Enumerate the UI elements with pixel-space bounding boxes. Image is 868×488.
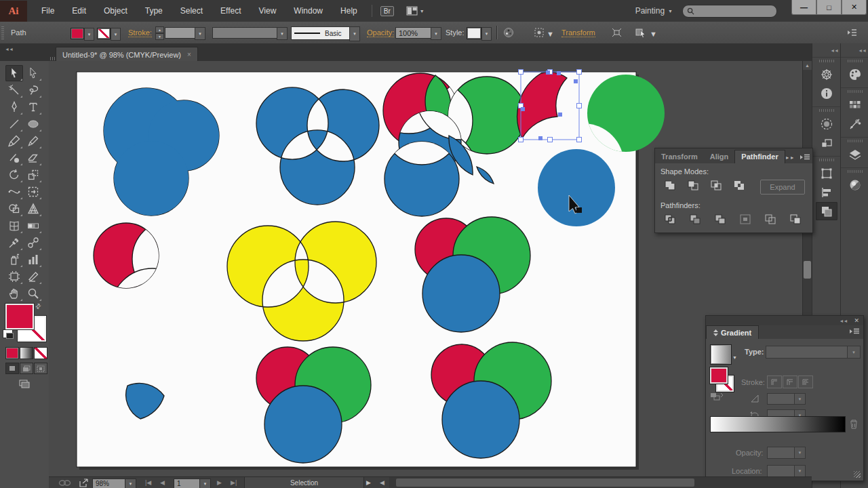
artboard-tool[interactable] bbox=[5, 268, 23, 285]
type-tool[interactable] bbox=[24, 99, 42, 115]
none-button[interactable] bbox=[34, 347, 47, 359]
eyedropper-tool[interactable] bbox=[5, 235, 23, 251]
selection-handle[interactable] bbox=[548, 138, 553, 142]
links-panel-button[interactable] bbox=[816, 134, 837, 152]
lasso-tool[interactable] bbox=[24, 82, 42, 98]
select-similar-icon[interactable] bbox=[635, 27, 647, 38]
close-panel-icon[interactable]: ✕ bbox=[854, 317, 859, 324]
transform-link[interactable]: Transform bbox=[561, 28, 595, 37]
merge-button[interactable] bbox=[712, 213, 728, 225]
gradient-button[interactable] bbox=[20, 347, 33, 359]
appearance-panel-button[interactable] bbox=[816, 115, 837, 133]
brush-definition-field[interactable]: Basic bbox=[291, 26, 355, 40]
pathfinder-panel-button[interactable] bbox=[816, 202, 837, 220]
panel-resize-grip[interactable] bbox=[854, 471, 861, 478]
eraser-tool[interactable] bbox=[24, 150, 42, 166]
crop-button[interactable] bbox=[737, 213, 753, 225]
anchor-point[interactable] bbox=[538, 136, 542, 140]
minimize-button[interactable]: — bbox=[791, 0, 816, 15]
shape-builder-tool[interactable] bbox=[5, 201, 23, 217]
recolor-artwork-icon[interactable] bbox=[503, 27, 514, 38]
hand-tool[interactable] bbox=[5, 285, 23, 302]
collapse-tools-icon[interactable]: ◄◄ bbox=[5, 47, 13, 52]
anchor-point[interactable] bbox=[574, 79, 578, 83]
zoom-tool[interactable] bbox=[24, 285, 42, 302]
panel-grip[interactable] bbox=[1, 26, 4, 39]
variable-width-profile-dropdown[interactable]: ▼ bbox=[277, 27, 288, 40]
stroke-weight-stepper[interactable]: ▲▼ bbox=[155, 26, 164, 40]
close-button[interactable]: ✕ bbox=[842, 0, 867, 15]
navigator-panel-button[interactable] bbox=[816, 65, 837, 83]
export-icon[interactable] bbox=[79, 479, 89, 487]
unite-button[interactable] bbox=[662, 179, 678, 191]
dock-group-grip[interactable] bbox=[848, 60, 863, 62]
rotate-tool[interactable] bbox=[5, 167, 23, 183]
arrange-documents-button[interactable]: ▼ bbox=[406, 6, 425, 16]
menu-view[interactable]: View bbox=[250, 1, 285, 22]
scroll-left-icon[interactable]: ◀ bbox=[380, 479, 384, 486]
gradient-tab[interactable]: Gradient bbox=[706, 325, 759, 339]
magic-wand-tool[interactable] bbox=[5, 82, 23, 98]
stroke-across-button[interactable] bbox=[798, 375, 813, 388]
artboard-number-dropdown[interactable]: ▼ bbox=[199, 479, 211, 488]
stop-opacity-dropdown[interactable]: ▼ bbox=[794, 447, 806, 459]
draw-behind-button[interactable] bbox=[20, 363, 33, 374]
align-panel-button[interactable] bbox=[816, 183, 837, 201]
dock-group-grip[interactable] bbox=[848, 90, 863, 93]
stroke-within-button[interactable] bbox=[767, 375, 782, 388]
perspective-grid-tool[interactable] bbox=[24, 201, 42, 217]
fill-mini-swatch[interactable] bbox=[710, 367, 728, 384]
zoom-level-dropdown[interactable]: ▼ bbox=[125, 479, 136, 488]
exclude-button[interactable] bbox=[731, 179, 747, 191]
gradient-panel-button[interactable] bbox=[844, 176, 866, 194]
gradient-preview-swatch[interactable] bbox=[710, 344, 732, 365]
mesh-tool[interactable] bbox=[5, 218, 23, 234]
close-tab-icon[interactable]: × bbox=[187, 51, 191, 58]
opacity-label[interactable]: Opacity: bbox=[367, 28, 394, 37]
selection-handle[interactable] bbox=[577, 138, 582, 142]
search-input[interactable] bbox=[694, 6, 765, 16]
outline-button[interactable] bbox=[762, 213, 778, 225]
line-segment-tool[interactable] bbox=[5, 116, 23, 132]
menu-help[interactable]: Help bbox=[332, 1, 366, 22]
menu-object[interactable]: Object bbox=[95, 1, 136, 22]
style-dropdown[interactable]: ▼ bbox=[481, 27, 492, 41]
symbol-sprayer-tool[interactable] bbox=[5, 251, 23, 268]
anchor-point[interactable] bbox=[521, 107, 525, 111]
first-artboard-icon[interactable]: |◀ bbox=[145, 479, 151, 486]
intersect-button[interactable] bbox=[708, 179, 724, 191]
menu-edit[interactable]: Edit bbox=[63, 1, 95, 22]
chevron-down-icon[interactable]: ▼ bbox=[650, 30, 657, 38]
gradient-angle-field[interactable] bbox=[767, 393, 795, 405]
stop-location-field[interactable] bbox=[767, 465, 795, 477]
collapse-panel-icon[interactable]: ►► bbox=[785, 155, 795, 160]
color-button[interactable] bbox=[5, 347, 19, 359]
selection-tool[interactable] bbox=[5, 65, 23, 81]
minus-back-button[interactable] bbox=[787, 213, 804, 225]
last-artboard-icon[interactable]: ▶| bbox=[231, 479, 237, 486]
selection-handle[interactable] bbox=[519, 70, 524, 75]
canvas-area[interactable] bbox=[49, 61, 812, 476]
previous-artboard-icon[interactable]: ◀ bbox=[160, 479, 165, 486]
layers-panel-button[interactable] bbox=[844, 145, 866, 163]
stop-opacity-field[interactable] bbox=[767, 447, 795, 459]
trim-button[interactable] bbox=[687, 213, 703, 225]
dock-group-grip[interactable] bbox=[819, 159, 834, 161]
collapse-panel-icon[interactable]: ◄◄ bbox=[840, 319, 848, 323]
selection-handle[interactable] bbox=[519, 138, 524, 142]
expand-dock-icon[interactable]: ◄◄ bbox=[858, 48, 866, 53]
divide-button[interactable] bbox=[662, 213, 678, 225]
pen-tool[interactable] bbox=[5, 99, 23, 115]
default-fill-stroke-icon[interactable] bbox=[3, 329, 13, 338]
gradient-slider[interactable] bbox=[710, 416, 846, 432]
direct-selection-tool[interactable] bbox=[24, 65, 42, 81]
bridge-button[interactable]: Br bbox=[380, 6, 394, 16]
paintbrush-tool[interactable] bbox=[5, 133, 23, 149]
anchor-point[interactable] bbox=[558, 113, 562, 117]
chevron-down-icon[interactable]: ▼ bbox=[547, 30, 554, 38]
maximize-button[interactable]: □ bbox=[816, 0, 842, 15]
tab-pathfinder[interactable]: Pathfinder bbox=[734, 150, 785, 163]
fill-color-dropdown[interactable]: ▼ bbox=[84, 28, 94, 41]
align-options-icon[interactable] bbox=[611, 27, 623, 38]
artboards-panel-button[interactable] bbox=[816, 164, 837, 182]
